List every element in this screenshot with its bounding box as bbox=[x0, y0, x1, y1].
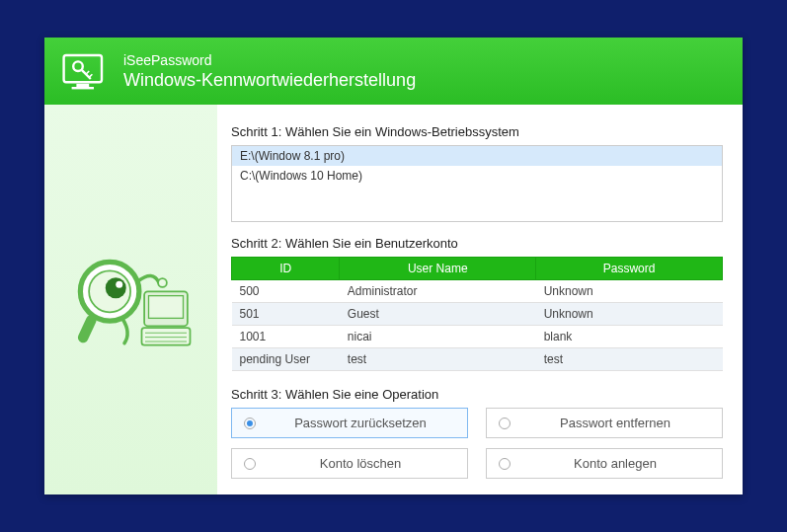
operations: Passwort zurücksetzenPasswort entfernenK… bbox=[231, 408, 723, 479]
radio-icon bbox=[499, 418, 511, 429]
col-user: User Name bbox=[340, 258, 536, 280]
app-title: Windows-Kennwortwiederherstellung bbox=[123, 70, 416, 91]
app-window: iSeePassword Windows-Kennwortwiederherst… bbox=[44, 38, 743, 494]
cell-user: Guest bbox=[340, 303, 536, 326]
cell-id: 500 bbox=[232, 280, 340, 303]
operation-option[interactable]: Konto löschen bbox=[231, 448, 468, 479]
radio-icon bbox=[244, 458, 256, 470]
svg-point-15 bbox=[158, 278, 167, 287]
os-item[interactable]: E:\(Window 8.1 pro) bbox=[232, 146, 722, 166]
app-body: Schritt 1: Wählen Sie ein Windows-Betrie… bbox=[44, 105, 743, 494]
table-row[interactable]: 1001nicaiblank bbox=[232, 326, 723, 348]
cell-user: test bbox=[340, 348, 536, 371]
step2-label: Schritt 2: Wählen Sie ein Benutzerkonto bbox=[231, 236, 723, 251]
cell-pwd: test bbox=[536, 348, 723, 371]
cell-id: 501 bbox=[232, 303, 340, 326]
cell-pwd: Unknown bbox=[536, 303, 723, 326]
table-row[interactable]: 501GuestUnknown bbox=[232, 303, 723, 326]
cell-pwd: Unknown bbox=[536, 280, 723, 303]
cell-id: 1001 bbox=[232, 326, 340, 348]
table-row[interactable]: 500AdministratorUnknown bbox=[232, 280, 723, 303]
radio-icon bbox=[244, 418, 256, 429]
svg-point-12 bbox=[105, 277, 125, 298]
cell-user: nicai bbox=[340, 326, 536, 348]
sidebar bbox=[44, 105, 217, 494]
operation-label: Passwort entfernen bbox=[520, 416, 710, 430]
operation-option[interactable]: Konto anlegen bbox=[486, 448, 723, 479]
main-content: Schritt 1: Wählen Sie ein Windows-Betrie… bbox=[217, 105, 743, 494]
cell-id: pending User bbox=[232, 348, 340, 371]
svg-rect-6 bbox=[141, 328, 190, 345]
operation-option[interactable]: Passwort entfernen bbox=[486, 408, 723, 438]
step1-label: Schritt 1: Wählen Sie ein Windows-Betrie… bbox=[231, 124, 723, 139]
cell-user: Administrator bbox=[340, 280, 536, 303]
table-row[interactable]: pending Usertesttest bbox=[232, 348, 723, 371]
svg-rect-5 bbox=[148, 295, 183, 318]
svg-rect-2 bbox=[72, 87, 94, 89]
step3-label: Schritt 3: Wählen Sie eine Operation bbox=[231, 387, 723, 402]
cell-pwd: blank bbox=[536, 326, 723, 348]
operation-label: Konto löschen bbox=[266, 456, 455, 471]
os-list[interactable]: E:\(Window 8.1 pro)C:\(Windows 10 Home) bbox=[231, 145, 723, 222]
brand-name: iSeePassword bbox=[123, 52, 416, 68]
operation-label: Passwort zurücksetzen bbox=[266, 416, 455, 430]
accounts-table: ID User Name Password 500AdministratorUn… bbox=[231, 257, 723, 371]
app-header: iSeePassword Windows-Kennwortwiederherst… bbox=[44, 38, 743, 105]
mascot-icon bbox=[62, 231, 200, 369]
app-logo-icon bbox=[62, 51, 110, 91]
os-item[interactable]: C:\(Windows 10 Home) bbox=[232, 166, 722, 186]
svg-point-3 bbox=[73, 61, 83, 71]
col-password: Password bbox=[536, 258, 723, 280]
operation-option[interactable]: Passwort zurücksetzen bbox=[231, 408, 468, 438]
radio-icon bbox=[499, 458, 511, 470]
col-id: ID bbox=[232, 258, 340, 280]
svg-point-13 bbox=[116, 280, 122, 287]
operation-label: Konto anlegen bbox=[520, 456, 710, 471]
header-text: iSeePassword Windows-Kennwortwiederherst… bbox=[123, 52, 416, 91]
svg-rect-14 bbox=[76, 313, 98, 343]
svg-rect-1 bbox=[76, 84, 89, 87]
